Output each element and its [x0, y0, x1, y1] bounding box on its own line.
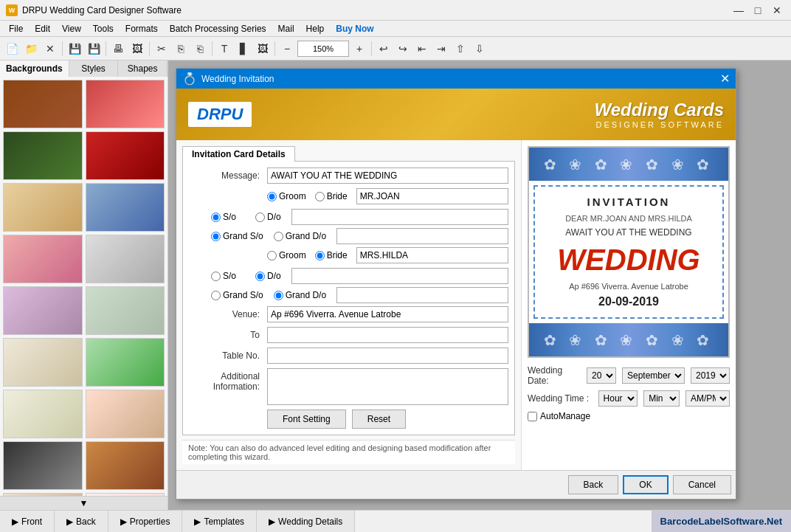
close-button[interactable]: ✕: [769, 2, 785, 18]
tab-backgrounds[interactable]: Backgrounds: [0, 61, 69, 77]
message-input[interactable]: [267, 167, 508, 184]
groom-name-input[interactable]: [356, 188, 508, 204]
bride-radio-2[interactable]: Bride: [315, 250, 348, 260]
print-preview-button[interactable]: 🖼: [128, 40, 146, 58]
zoom-input[interactable]: [297, 41, 349, 57]
invitation-card-details-tab[interactable]: Invitation Card Details: [182, 146, 295, 162]
scroll-down-arrow[interactable]: ▼: [0, 496, 167, 510]
do-radio-2[interactable]: D/o: [255, 271, 281, 281]
thumb-5[interactable]: [3, 183, 83, 232]
thumb-6[interactable]: [86, 183, 165, 232]
menu-mail[interactable]: Mail: [272, 22, 300, 35]
year-select[interactable]: 2019: [691, 367, 730, 384]
automanage-checkbox-label[interactable]: AutoManage: [528, 411, 590, 421]
menu-view[interactable]: View: [56, 22, 87, 35]
venue-label: Venue:: [189, 309, 263, 319]
align-left-button[interactable]: ⇤: [413, 40, 431, 58]
close-doc-button[interactable]: ✕: [41, 40, 59, 58]
back-button[interactable]: Back: [568, 475, 619, 494]
thumb-8[interactable]: [86, 235, 165, 283]
minimize-button[interactable]: —: [730, 2, 747, 18]
ampm-select[interactable]: AM/PM: [685, 390, 730, 407]
paste-button[interactable]: ⎗: [191, 40, 209, 58]
grand-so-radio-1[interactable]: Grand S/o: [211, 231, 263, 241]
cancel-button[interactable]: Cancel: [673, 475, 731, 494]
cut-button[interactable]: ✂: [153, 40, 170, 58]
image-button[interactable]: 🖼: [254, 40, 272, 58]
grand-so-input-1[interactable]: [336, 228, 508, 244]
so-radio-2[interactable]: S/o: [211, 271, 236, 281]
save-button[interactable]: 💾: [66, 40, 83, 58]
thumb-3[interactable]: [3, 131, 83, 180]
thumb-7[interactable]: [3, 235, 83, 283]
grand-do-radio-1[interactable]: Grand D/o: [274, 231, 326, 241]
move-down-button[interactable]: ⇩: [471, 40, 488, 58]
table-no-input[interactable]: [267, 348, 508, 364]
menu-tools[interactable]: Tools: [87, 22, 120, 35]
thumb-15[interactable]: [3, 441, 83, 490]
day-select[interactable]: 20: [587, 367, 616, 384]
month-select[interactable]: September: [622, 367, 685, 384]
statusbar-tab-templates[interactable]: ▶ Templates: [182, 511, 257, 532]
groom-radio-1[interactable]: Groom: [267, 191, 306, 201]
thumb-13[interactable]: [3, 390, 83, 438]
so-radio-1[interactable]: S/o: [211, 212, 236, 222]
min-select[interactable]: Min: [643, 390, 680, 407]
grand-do-radio-2[interactable]: Grand D/o: [274, 290, 326, 300]
thumb-9[interactable]: [3, 286, 83, 335]
save-as-button[interactable]: 💾: [85, 40, 103, 58]
groom-radio-2[interactable]: Groom: [267, 250, 306, 260]
menu-batch[interactable]: Batch Processing Series: [164, 22, 272, 35]
brand-text: Wedding Cards DESIGNER SOFTWARE: [594, 100, 724, 129]
grand-so-input-2[interactable]: [336, 287, 508, 303]
menu-edit[interactable]: Edit: [29, 22, 56, 35]
move-up-button[interactable]: ⇧: [452, 40, 469, 58]
ok-button[interactable]: OK: [623, 475, 668, 494]
bride-radio-1[interactable]: Bride: [315, 191, 348, 201]
menu-help[interactable]: Help: [300, 22, 331, 35]
thumb-16[interactable]: [86, 441, 165, 490]
to-input[interactable]: [267, 327, 508, 343]
open-button[interactable]: 📁: [22, 40, 40, 58]
copy-button[interactable]: ⎘: [172, 40, 190, 58]
zoom-in-button[interactable]: +: [350, 40, 368, 58]
statusbar-tab-wedding-details[interactable]: ▶ Wedding Details: [257, 511, 355, 532]
additional-input[interactable]: [267, 368, 508, 405]
bride-name-input[interactable]: [356, 247, 508, 263]
zoom-out-button[interactable]: −: [278, 40, 296, 58]
automanage-checkbox[interactable]: [528, 412, 537, 421]
tab-shapes[interactable]: Shapes: [118, 61, 167, 77]
menu-formats[interactable]: Formats: [120, 22, 164, 35]
thumb-11[interactable]: [3, 338, 83, 387]
thumb-2[interactable]: [86, 80, 165, 128]
thumb-1[interactable]: [3, 80, 83, 128]
print-button[interactable]: 🖶: [109, 40, 127, 58]
maximize-button[interactable]: □: [750, 2, 766, 18]
so-input-2[interactable]: [291, 268, 508, 284]
statusbar-tab-properties[interactable]: ▶ Properties: [108, 511, 183, 532]
tab-styles[interactable]: Styles: [69, 61, 119, 77]
align-right-button[interactable]: ⇥: [432, 40, 450, 58]
statusbar-tab-front[interactable]: ▶ Front: [0, 511, 55, 532]
barcode-button[interactable]: ▋: [235, 40, 252, 58]
menu-file[interactable]: File: [3, 22, 29, 35]
new-button[interactable]: 📄: [3, 40, 21, 58]
font-setting-button[interactable]: Font Setting: [267, 410, 346, 429]
thumb-14[interactable]: [86, 390, 165, 438]
thumb-10[interactable]: [86, 286, 165, 335]
venue-input[interactable]: [267, 306, 508, 322]
dialog-close-button[interactable]: ✕: [720, 72, 730, 86]
grand-so-radio-2[interactable]: Grand S/o: [211, 290, 263, 300]
menu-buynow[interactable]: Buy Now: [330, 22, 379, 35]
back-label: Back: [76, 517, 96, 527]
undo-button[interactable]: ↩: [375, 40, 393, 58]
thumb-4[interactable]: [86, 131, 165, 180]
statusbar-tab-back[interactable]: ▶ Back: [55, 511, 108, 532]
hour-select[interactable]: Hour: [598, 390, 638, 407]
thumb-12[interactable]: [86, 338, 165, 387]
do-radio-1[interactable]: D/o: [255, 212, 281, 222]
so-input-1[interactable]: [291, 209, 508, 225]
reset-button[interactable]: Reset: [352, 410, 406, 429]
text-button[interactable]: T: [215, 40, 233, 58]
redo-button[interactable]: ↪: [394, 40, 412, 58]
